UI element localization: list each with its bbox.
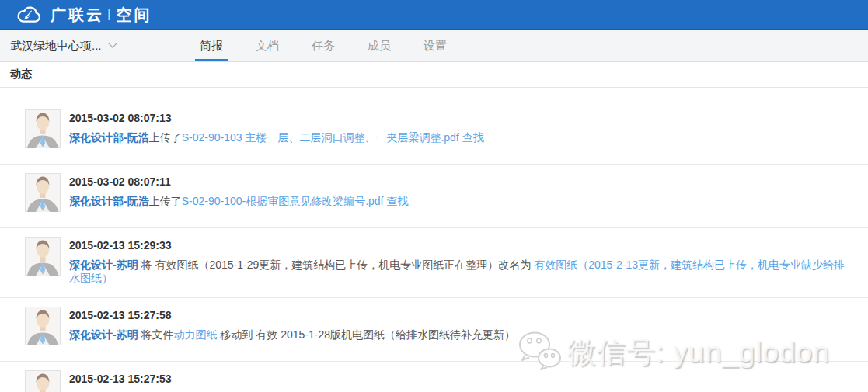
timestamp: 2015-02-13 15:27:53 [69, 373, 515, 385]
feed-row-body: 2015-02-13 15:29:33 深化设计-苏明 将 有效图纸（2015-… [69, 237, 852, 285]
feed-row: 2015-03-02 08:07:13 深化设计部-阮浩上传了S-02-90-1… [0, 88, 868, 165]
feed-row: 2015-02-13 15:27:58 深化设计-苏明 将文件动力图纸 移动到 … [0, 298, 868, 362]
tab-list: 简报文档任务成员设置 [183, 30, 463, 61]
chevron-down-icon [110, 40, 117, 48]
activity-text: 深化设计部-阮浩上传了S-02-90-103 主楼一层、二层洞口调整、一夹层梁调… [69, 131, 484, 144]
feed-row: 2015-03-02 08:07:11 深化设计部-阮浩上传了S-02-90-1… [0, 165, 868, 228]
feed-row-body: 2015-02-13 15:27:53 深化设计-苏明 将文件暖通图纸 移动到 … [69, 370, 515, 392]
user-avatar [25, 307, 61, 349]
tab-1[interactable]: 文档 [239, 30, 295, 61]
tab-0[interactable]: 简报 [183, 30, 239, 61]
activity-plain-text: 上传了 [149, 195, 182, 207]
user-avatar [25, 173, 61, 215]
feed-row: 2015-02-13 15:29:33 深化设计-苏明 将 有效图纸（2015-… [0, 228, 868, 298]
product-name: 空间 [116, 5, 152, 26]
user-name-link[interactable]: 深化设计部-阮浩 [69, 195, 149, 207]
tab-4[interactable]: 设置 [407, 30, 463, 61]
tab-2[interactable]: 任务 [295, 30, 351, 61]
user-avatar [25, 370, 61, 392]
brand-name: 广联云 [51, 5, 104, 26]
user-avatar [25, 237, 61, 285]
feed-row-body: 2015-03-02 08:07:11 深化设计部-阮浩上传了S-02-90-1… [69, 173, 408, 215]
activity-plain-text: 将 有效图纸（2015-1-29更新，建筑结构已上传，机电专业图纸正在整理）改名… [138, 258, 535, 271]
file-link[interactable]: 动力图纸 [174, 328, 218, 341]
feed-row-body: 2015-03-02 08:07:13 深化设计部-阮浩上传了S-02-90-1… [69, 109, 484, 151]
app-header: 广联云 | 空间 [0, 0, 868, 30]
nav-bar: 武汉绿地中心项... 简报文档任务成员设置 [0, 30, 868, 62]
activity-plain-text: 移动到 有效 2015-1-28版机电图纸（给排水图纸待补充更新） [218, 328, 516, 341]
user-name-link[interactable]: 深化设计-苏明 [69, 258, 138, 271]
timestamp: 2015-03-02 08:07:13 [69, 112, 484, 124]
tab-3[interactable]: 成员 [351, 30, 407, 61]
section-title: 动态 [10, 68, 32, 82]
file-link[interactable]: S-02-90-100-根据审图意见修改梁编号.pdf [182, 195, 384, 207]
timestamp: 2015-02-13 15:27:58 [69, 309, 515, 321]
activity-plain-text: 将文件 [138, 328, 174, 341]
feed-row-body: 2015-02-13 15:27:58 深化设计-苏明 将文件动力图纸 移动到 … [69, 307, 515, 349]
file-link[interactable]: S-02-90-103 主楼一层、二层洞口调整、一夹层梁调整.pdf [182, 131, 459, 144]
activity-text: 深化设计-苏明 将 有效图纸（2015-1-29更新，建筑结构已上传，机电专业图… [69, 258, 852, 285]
timestamp: 2015-03-02 08:07:11 [69, 175, 408, 188]
activity-text: 深化设计-苏明 将文件动力图纸 移动到 有效 2015-1-28版机电图纸（给排… [69, 328, 515, 342]
brand-divider: | [107, 6, 110, 22]
activity-feed: 2015-03-02 08:07:13 深化设计部-阮浩上传了S-02-90-1… [0, 88, 868, 392]
file-link[interactable]: 查找 [384, 195, 409, 207]
user-name-link[interactable]: 深化设计部-阮浩 [69, 131, 149, 144]
project-name-label: 武汉绿地中心项... [10, 39, 102, 54]
user-avatar [25, 109, 61, 151]
user-name-link[interactable]: 深化设计-苏明 [69, 328, 138, 341]
activity-text: 深化设计部-阮浩上传了S-02-90-100-根据审图意见修改梁编号.pdf 查… [69, 195, 408, 208]
section-bar: 动态 [0, 62, 868, 88]
activity-plain-text: 上传了 [149, 131, 182, 144]
timestamp: 2015-02-13 15:29:33 [69, 239, 852, 252]
project-selector[interactable]: 武汉绿地中心项... [10, 30, 127, 61]
file-link[interactable]: 查找 [459, 131, 484, 144]
feed-row: 2015-02-13 15:27:53 深化设计-苏明 将文件暖通图纸 移动到 … [0, 362, 868, 392]
cloud-pen-logo-icon [16, 4, 44, 26]
